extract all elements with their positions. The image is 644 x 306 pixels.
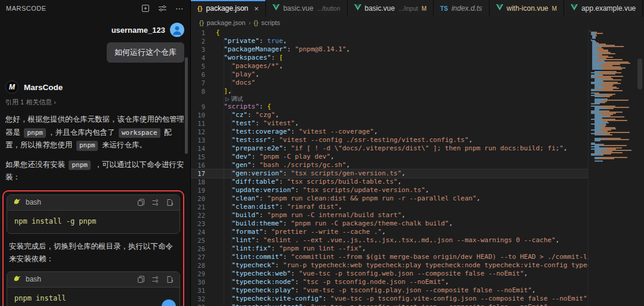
breadcrumb-section[interactable]: scripts: [261, 19, 280, 26]
line-content: "typecheck:vite-config": "vue-tsc -p tsc…: [211, 295, 588, 303]
braces-icon: {}: [253, 20, 258, 26]
code-line-11: 11 "test": "vitest",: [191, 119, 588, 128]
code-line-8: 8 ],: [191, 87, 588, 95]
line-content: "diff:table": "tsx scripts/build-table.t…: [211, 178, 588, 186]
tab-label: basic.vue: [283, 4, 314, 13]
code-line-23: 23 "build:theme": "pnpm run -C packages/…: [191, 220, 588, 228]
line-content: "test": "vitest",: [211, 119, 588, 128]
code-lang-label: bash: [26, 198, 41, 206]
assistant-message: M MarsCode 引用 1 相关信息 › 您好，根据您提供的仓库元数据，该仓…: [0, 81, 190, 306]
line-number: 32: [191, 295, 211, 303]
indent-guide: [231, 62, 232, 306]
modified-badge: M: [422, 5, 426, 12]
line-number: 2: [191, 37, 211, 45]
vue-icon: [496, 4, 503, 13]
text-run: 如果您还没有安装: [5, 160, 67, 169]
copy-icon[interactable]: [137, 199, 145, 206]
line-content: "test:coverage": "vitest --coverage",: [211, 128, 588, 136]
tab-basic.vue[interactable]: basic.vue.../inputM: [348, 0, 434, 17]
code-line-2: 2 "private": true,: [191, 37, 588, 45]
json-icon: {}: [197, 5, 203, 12]
breadcrumb-file[interactable]: package.json: [207, 19, 246, 26]
reference-link[interactable]: 引用 1 相关信息 ›: [0, 98, 190, 107]
line-content: "lint:commit": "commitlint --from $(git …: [211, 253, 588, 261]
codelens-debug[interactable]: ▷ 调试: [191, 95, 588, 103]
editor-body: 1{2 "private": true,3 "packageManager": …: [191, 29, 644, 306]
line-content: "typecheck:web": "vue-tsc -p tsconfig.we…: [211, 270, 588, 278]
code-line-7: 7 "docs": [191, 79, 588, 87]
line-number: 13: [191, 136, 211, 144]
tab-index.d.ts[interactable]: TSindex.d.ts: [434, 0, 489, 17]
tab-package.json[interactable]: {}package.json×: [191, 0, 266, 17]
close-icon[interactable]: ×: [254, 4, 259, 13]
line-content: "typecheck": "run-p typecheck:web typech…: [211, 261, 588, 270]
editor-scrollbar[interactable]: [636, 29, 644, 306]
new-file-icon[interactable]: [166, 276, 174, 283]
line-number: 29: [191, 270, 211, 278]
line-number: 4: [191, 54, 211, 62]
code-line-24: 24 "format": "prettier --write --cache .…: [191, 228, 588, 236]
line-number: 26: [191, 245, 211, 253]
tab-label: package.json: [206, 4, 249, 13]
tab-app.example.vue[interactable]: app.example.vue: [564, 0, 643, 17]
tab-bar: {}package.json×basic.vue.../buttonbasic.…: [191, 0, 644, 17]
chat-scrollbar[interactable]: [185, 57, 188, 154]
line-number: 23: [191, 220, 211, 228]
line-number: 27: [191, 253, 211, 261]
line-content: "clean": "pnpm run clean:dist && pnpm ru…: [211, 194, 588, 203]
code-line-15: 15 "dev": "pnpm -C play dev",: [191, 153, 588, 161]
breadcrumb[interactable]: {} package.json › {} scripts: [191, 17, 644, 29]
code-lines: 1{2 "private": true,3 "packageManager": …: [191, 29, 588, 306]
tab-strip: {}package.json×basic.vue.../buttonbasic.…: [191, 0, 643, 17]
tab-basic.vue[interactable]: basic.vue.../button: [266, 0, 348, 17]
code-line-29: 29 "typecheck:web": "vue-tsc -p tsconfig…: [191, 270, 588, 278]
chat-panel: MARSCODE ⋯ username_123 如何运行这个仓库 M MarsC…: [0, 0, 191, 306]
insert-icon[interactable]: [151, 199, 159, 206]
line-number: 11: [191, 119, 211, 128]
code-block-pnpm-install: bash pnpm install: [7, 271, 180, 306]
line-number: 30: [191, 278, 211, 286]
line-content: "cz": "czg",: [211, 111, 588, 119]
modified-badge: M: [552, 5, 557, 12]
line-content: "build:theme": "pnpm run -C packages/the…: [211, 220, 588, 228]
code-line-27: 27 "lint:commit": "commitlint --from $(g…: [191, 253, 588, 261]
line-number: 6: [191, 70, 211, 79]
code-line-10: 10 "cz": "czg",: [191, 111, 588, 119]
code-editor[interactable]: 1{2 "private": true,3 "packageManager": …: [191, 29, 588, 306]
assistant-paragraph-1: 您好，根据您提供的仓库元数据，该仓库使用的包管理器是 pnpm，并且仓库内包含了…: [0, 113, 190, 152]
more-icon[interactable]: ⋯: [175, 4, 184, 13]
ts-icon: TS: [440, 5, 448, 12]
code-line-33: 33 "typecheck:vitest": "vue-tsc -p tscon…: [191, 303, 588, 306]
assistant-paragraph-3: 安装完成后，切换到仓库的根目录，执行以下命令来安装依赖：: [7, 240, 180, 266]
user-message-bubble: 如何运行这个仓库: [107, 42, 184, 63]
code-line-3: 3 "packageManager": "pnpm@8.14.1",: [191, 45, 588, 54]
line-content: {: [211, 29, 588, 37]
line-content: "lint": "eslint . --ext .vue,.js,.ts,.js…: [211, 236, 588, 245]
tab-with-icon.vue[interactable]: with-icon.vueM: [490, 0, 564, 17]
vue-icon: [354, 4, 361, 13]
json-icon: {}: [199, 20, 204, 26]
user-avatar-icon[interactable]: [170, 23, 184, 37]
line-content: "format": "prettier --write --cache .",: [211, 228, 588, 236]
scrollbar-thumb[interactable]: [637, 58, 642, 89]
line-number: 25: [191, 236, 211, 245]
assistant-name: MarsCode: [24, 83, 63, 92]
username: username_123: [112, 26, 165, 35]
line-number: 8: [191, 87, 211, 95]
new-file-icon[interactable]: [166, 199, 174, 206]
indent-guide: [224, 37, 224, 306]
line-number: 7: [191, 79, 211, 87]
line-number: 16: [191, 161, 211, 169]
tab-label: app.example.vue: [581, 4, 636, 13]
chevron-right-icon: ›: [249, 19, 251, 26]
minimap[interactable]: [588, 29, 636, 306]
filter-settings-icon[interactable]: [158, 4, 167, 13]
insert-icon[interactable]: [151, 276, 159, 283]
new-chat-icon[interactable]: [141, 4, 150, 13]
code-line-17: 17 "gen:version": "tsx scripts/gen-versi…: [191, 169, 588, 178]
line-content: "docs": [211, 79, 588, 87]
copy-icon[interactable]: [137, 276, 145, 283]
code-line-13: 13 "test:ssr": "vitest --config ./ssr-te…: [191, 136, 588, 144]
app-window: MARSCODE ⋯ username_123 如何运行这个仓库 M MarsC…: [0, 0, 644, 306]
line-number: 21: [191, 203, 211, 211]
